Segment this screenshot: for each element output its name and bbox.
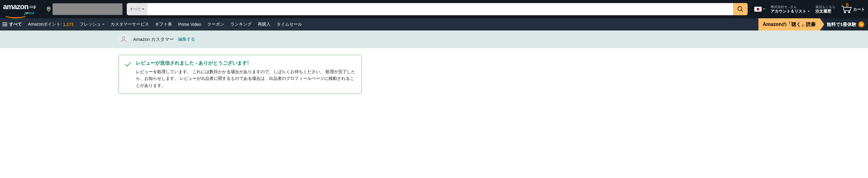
location-pin-icon xyxy=(46,6,51,12)
svg-point-0 xyxy=(48,8,49,9)
promo-left: Amazonの「聴く」読書 xyxy=(758,18,824,30)
amazon-logo[interactable]: amazon.co.jp prime xyxy=(3,3,44,15)
svg-line-2 xyxy=(741,10,743,11)
promo-right: 無料で1冊体験 xyxy=(827,22,857,27)
profile-edit-link[interactable]: 編集する xyxy=(178,36,195,42)
search-input[interactable] xyxy=(147,3,733,15)
hamburger-icon xyxy=(2,23,7,26)
all-menu-label: すべて xyxy=(9,22,22,27)
avatar xyxy=(119,34,129,45)
account-menu[interactable]: 株式会社セ...さん アカウント＆リスト xyxy=(771,5,810,14)
chevron-down-icon xyxy=(763,8,765,10)
nav-prime-video[interactable]: Prime Video xyxy=(178,22,201,27)
checkmark-icon xyxy=(124,61,132,89)
nav-buy-again[interactable]: 再購入 xyxy=(258,22,271,27)
profile-name: Amazon カスタマー xyxy=(133,36,174,42)
alert-container: レビューが送信されました - ありがとうございます! レビューを処理しています。… xyxy=(0,48,868,94)
chevron-down-icon xyxy=(102,24,104,25)
orders-small: 返品もこちら xyxy=(815,5,835,9)
chevron-down-icon xyxy=(142,8,144,10)
success-alert: レビューが送信されました - ありがとうございます! レビューを処理しています。… xyxy=(119,55,362,94)
search-bar: すべて xyxy=(127,3,748,15)
logo-suffix: .co.jp xyxy=(29,5,36,9)
flag-jp-icon xyxy=(754,7,762,11)
svg-point-3 xyxy=(844,11,845,13)
nav-fresh-label: フレッシュ xyxy=(80,22,101,27)
play-icon xyxy=(858,21,864,27)
search-button[interactable] xyxy=(733,3,748,15)
points-label: Amazonポイント: xyxy=(28,22,62,27)
search-scope-label: すべて xyxy=(130,7,141,12)
svg-point-5 xyxy=(122,36,125,39)
nav-fresh[interactable]: フレッシュ xyxy=(80,22,104,27)
chevron-down-icon xyxy=(808,11,810,12)
location-block[interactable] xyxy=(46,3,122,15)
account-label: アカウント＆リスト xyxy=(771,9,806,14)
language-selector[interactable] xyxy=(754,7,765,11)
profile-strip: Amazon カスタマー 編集する xyxy=(0,30,868,48)
nav-points[interactable]: Amazonポイント: 1,171 xyxy=(28,22,73,27)
account-greeting: 株式会社セ...さん xyxy=(771,5,810,9)
points-value: 1,171 xyxy=(63,22,73,27)
top-nav: amazon.co.jp prime すべて 株式会社 xyxy=(0,0,868,18)
top-nav-right: 株式会社セ...さん アカウント＆リスト 返品もこちら 注文履歴 0 カート xyxy=(754,5,865,14)
orders-label: 注文履歴 xyxy=(815,9,835,14)
logo-word: amazon xyxy=(3,2,28,11)
alert-title: レビューが送信されました - ありがとうございます! xyxy=(136,60,356,67)
cart-count: 0 xyxy=(846,2,848,8)
all-menu-button[interactable]: すべて xyxy=(2,22,22,27)
promo-banner[interactable]: Amazonの「聴く」読書 無料で1冊体験 xyxy=(758,18,868,30)
cart-link[interactable]: 0 カート xyxy=(841,5,865,14)
svg-point-4 xyxy=(848,11,850,13)
nav-time-sale[interactable]: タイムセール xyxy=(277,22,302,27)
alert-body: レビューを処理しています。 これには数日かかる場合がありますので、しばらくお待ち… xyxy=(136,68,356,89)
search-scope-dropdown[interactable]: すべて xyxy=(127,3,147,15)
cart-label: カート xyxy=(853,7,865,12)
nav-gift[interactable]: ギフト券 xyxy=(155,22,172,27)
location-text-redacted xyxy=(53,3,122,15)
nav-customer-service[interactable]: カスタマーサービス xyxy=(111,22,149,27)
nav-coupon[interactable]: クーポン xyxy=(207,22,224,27)
cart-icon: 0 xyxy=(841,5,852,14)
nav-ranking[interactable]: ランキング xyxy=(230,22,252,27)
orders-link[interactable]: 返品もこちら 注文履歴 xyxy=(815,5,835,14)
sub-nav: すべて Amazonポイント: 1,171 フレッシュ カスタマーサービス ギフ… xyxy=(0,18,868,30)
smile-icon xyxy=(4,10,28,14)
